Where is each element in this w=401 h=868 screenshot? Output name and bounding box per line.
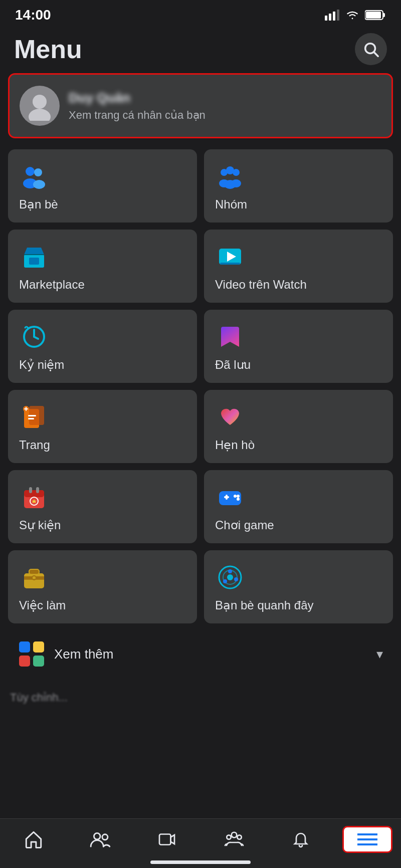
page-title: Menu: [14, 34, 82, 64]
header: Menu: [0, 28, 401, 73]
svg-rect-5: [383, 13, 385, 17]
svg-point-46: [237, 495, 240, 498]
events-icon: [19, 482, 49, 512]
menu-item-label: Nhóm: [215, 197, 247, 211]
svg-rect-60: [19, 656, 30, 667]
gaming-icon: [215, 482, 245, 512]
menu-item-label: Đã lưu: [215, 358, 251, 372]
saved-icon: [215, 322, 245, 352]
menu-item-choi-game[interactable]: Chơi game: [204, 470, 393, 543]
svg-point-43: [234, 495, 237, 498]
menu-item-label: Marketplace: [19, 278, 85, 292]
svg-rect-0: [325, 16, 327, 21]
menu-item-label: Video trên Watch: [215, 278, 307, 292]
svg-point-45: [235, 499, 236, 500]
menu-item-marketplace[interactable]: Marketplace: [8, 230, 197, 303]
menu-item-label: Trang: [19, 438, 50, 452]
video-nav-icon: [157, 830, 177, 848]
battery-icon: [365, 10, 386, 21]
friends-icon: [19, 161, 49, 191]
menu-item-label: Việc làm: [19, 598, 66, 612]
nav-menu[interactable]: [342, 826, 392, 853]
svg-point-54: [227, 574, 233, 580]
svg-point-14: [33, 180, 45, 189]
nav-friends[interactable]: [75, 827, 125, 851]
nav-home[interactable]: [9, 827, 59, 851]
pages-icon: [19, 402, 49, 432]
menu-item-su-kien[interactable]: Sự kiện: [8, 470, 197, 543]
svg-rect-1: [329, 14, 331, 21]
svg-rect-35: [24, 490, 44, 497]
menu-item-nhom[interactable]: Nhóm: [204, 149, 393, 223]
profile-name: Duy Quân: [69, 90, 381, 106]
nav-notifications[interactable]: [276, 827, 326, 851]
home-icon: [24, 830, 44, 848]
see-more-icon: [18, 640, 45, 668]
svg-point-9: [33, 95, 47, 109]
svg-rect-31: [28, 415, 36, 416]
chevron-down-icon: ▾: [376, 646, 383, 662]
nav-groups[interactable]: [209, 827, 259, 851]
svg-point-63: [102, 834, 108, 840]
status-icons: [325, 10, 386, 21]
see-more-left: Xem thêm: [18, 640, 114, 668]
menu-icon: [357, 830, 377, 848]
status-bar: 14:00: [0, 0, 401, 28]
nav-video[interactable]: [142, 827, 192, 851]
svg-marker-65: [171, 835, 175, 844]
menu-item-viec-lam[interactable]: Việc làm: [8, 550, 197, 623]
menu-item-da-luu[interactable]: Đã lưu: [204, 310, 393, 383]
svg-point-12: [34, 168, 42, 176]
profile-sub: Xem trang cá nhân của bạn: [69, 109, 381, 122]
svg-point-68: [237, 835, 241, 839]
marketplace-icon: [19, 242, 49, 272]
nearby-icon: [215, 562, 245, 592]
svg-rect-59: [33, 641, 44, 653]
profile-info: Duy Quân Xem trang cá nhân của bạn: [69, 90, 381, 122]
svg-rect-48: [29, 569, 39, 574]
svg-rect-36: [29, 487, 32, 493]
search-icon: [362, 41, 379, 58]
groups-icon: [215, 161, 245, 191]
signal-icon: [325, 10, 340, 21]
svg-point-44: [237, 498, 240, 501]
wifi-icon: [345, 10, 360, 21]
partial-section: Tùy chỉnh...: [0, 683, 401, 713]
svg-rect-2: [333, 12, 335, 21]
svg-point-66: [231, 832, 237, 838]
see-more-label: Xem thêm: [54, 646, 114, 662]
menu-item-label: Sự kiện: [19, 518, 61, 532]
menu-item-label: Bạn bè quanh đây: [215, 598, 314, 612]
svg-point-17: [233, 169, 240, 176]
menu-item-hen-ho[interactable]: Hẹn hò: [204, 390, 393, 463]
svg-rect-23: [29, 258, 39, 265]
menu-grid: Bạn bè Nhóm Marketplace: [0, 142, 401, 630]
svg-rect-58: [19, 641, 30, 653]
menu-item-trang[interactable]: Trang: [8, 390, 197, 463]
dating-icon: [215, 402, 245, 432]
svg-point-67: [227, 835, 231, 839]
svg-rect-37: [36, 487, 39, 493]
groups-nav-icon: [224, 830, 244, 848]
menu-item-label: Hẹn hò: [215, 438, 255, 452]
menu-item-ban-be[interactable]: Bạn bè: [8, 149, 197, 223]
menu-item-ky-niem[interactable]: Kỷ niệm: [8, 310, 197, 383]
menu-item-video-watch[interactable]: Video trên Watch: [204, 230, 393, 303]
svg-point-56: [234, 577, 238, 581]
svg-rect-64: [159, 834, 171, 845]
status-time: 14:00: [15, 7, 51, 23]
jobs-icon: [19, 562, 49, 592]
profile-card[interactable]: Duy Quân Xem trang cá nhân của bạn: [8, 73, 393, 138]
search-button[interactable]: [355, 33, 387, 65]
avatar: [20, 86, 60, 126]
menu-item-ban-be-quanh-day[interactable]: Bạn bè quanh đây: [204, 550, 393, 623]
svg-rect-42: [226, 495, 228, 500]
svg-rect-32: [28, 418, 34, 419]
svg-point-11: [26, 167, 35, 176]
menu-item-label: Chơi game: [215, 518, 274, 532]
avatar-icon: [25, 91, 55, 121]
see-more-row[interactable]: Xem thêm ▾: [8, 630, 393, 678]
svg-rect-6: [366, 12, 381, 19]
friends-nav-icon: [89, 830, 111, 848]
menu-item-label: Kỷ niệm: [19, 358, 64, 372]
